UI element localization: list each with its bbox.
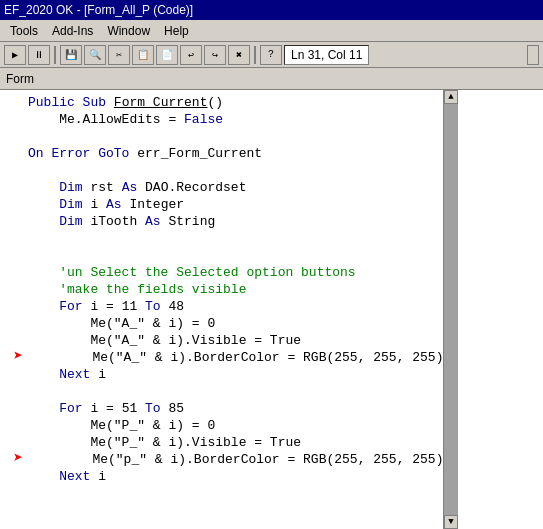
arrow-2: ➤ — [8, 451, 28, 468]
toolbar-position: Ln 31, Col 11 — [284, 45, 369, 65]
line-13: For i = 11 To 48 — [8, 298, 443, 315]
no-arrow-8 — [8, 213, 28, 230]
line-4: On Error GoTo err_Form_Current — [8, 145, 443, 162]
no-arrow-4 — [8, 145, 28, 162]
toolbar-btn-9[interactable]: ↪ — [204, 45, 226, 65]
line-19: For i = 51 To 85 — [8, 400, 443, 417]
line-2: Me.AllowEdits = False — [8, 111, 443, 128]
no-arrow-12 — [8, 281, 28, 298]
scroll-track[interactable] — [444, 104, 458, 515]
menu-addins[interactable]: Add-Ins — [46, 22, 99, 40]
line-21: Me("P_" & i).Visible = True — [8, 434, 443, 451]
toolbar: ▶ ⏸ 💾 🔍 ✂ 📋 📄 ↩ ↪ ✖ ? Ln 31, Col 11 — [0, 42, 543, 68]
toolbar-divider-1 — [54, 46, 56, 64]
no-arrow-19 — [8, 400, 28, 417]
code-area: Public Sub Form_Current() Me.AllowEdits … — [0, 90, 543, 529]
scroll-up-btn[interactable]: ▲ — [444, 90, 458, 104]
no-arrow-21 — [8, 434, 28, 451]
line-6: Dim rst As DAO.Recordset — [8, 179, 443, 196]
toolbar-btn-1[interactable]: ▶ — [4, 45, 26, 65]
vertical-scrollbar[interactable]: ▲ ▼ — [443, 90, 457, 529]
no-arrow-18 — [8, 383, 28, 400]
toolbar-scrollbar[interactable] — [527, 45, 539, 65]
no-arrow-2 — [8, 111, 28, 128]
line-7: Dim i As Integer — [8, 196, 443, 213]
line-1: Public Sub Form_Current() — [8, 94, 443, 111]
line-17: Next i — [8, 366, 443, 383]
no-arrow-7 — [8, 196, 28, 213]
toolbar-btn-3[interactable]: 💾 — [60, 45, 82, 65]
toolbar-btn-6[interactable]: 📋 — [132, 45, 154, 65]
line-14: Me("A_" & i) = 0 — [8, 315, 443, 332]
menu-tools[interactable]: Tools — [4, 22, 44, 40]
toolbar-btn-10[interactable]: ✖ — [228, 45, 250, 65]
toolbar-btn-4[interactable]: 🔍 — [84, 45, 106, 65]
no-arrow-14 — [8, 315, 28, 332]
no-arrow-23 — [8, 468, 28, 485]
no-arrow-20 — [8, 417, 28, 434]
scroll-down-btn[interactable]: ▼ — [444, 515, 458, 529]
line-16: ➤ Me("A_" & i).BorderColor = RGB(255, 25… — [8, 349, 443, 366]
form-label-bar: Form — [0, 68, 543, 90]
toolbar-btn-7[interactable]: 📄 — [156, 45, 178, 65]
menu-window[interactable]: Window — [101, 22, 156, 40]
line-11: 'un Select the Selected option buttons — [8, 264, 443, 281]
form-label: Form — [6, 72, 34, 86]
no-arrow-1 — [8, 94, 28, 111]
toolbar-btn-help[interactable]: ? — [260, 45, 282, 65]
no-arrow-6 — [8, 179, 28, 196]
no-arrow-9 — [8, 230, 28, 247]
title-bar: EF_2020 OK - [Form_All_P (Code)] — [0, 0, 543, 20]
line-20: Me("P_" & i) = 0 — [8, 417, 443, 434]
line-10 — [8, 247, 443, 264]
no-arrow-5 — [8, 162, 28, 179]
line-18 — [8, 383, 443, 400]
no-arrow-13 — [8, 298, 28, 315]
no-arrow-17 — [8, 366, 28, 383]
arrow-1: ➤ — [8, 349, 28, 366]
line-15: Me("A_" & i).Visible = True — [8, 332, 443, 349]
line-8: Dim iTooth As String — [8, 213, 443, 230]
line-23: Next i — [8, 468, 443, 485]
toolbar-btn-5[interactable]: ✂ — [108, 45, 130, 65]
line-9 — [8, 230, 443, 247]
toolbar-divider-2 — [254, 46, 256, 64]
menu-help[interactable]: Help — [158, 22, 195, 40]
toolbar-btn-2[interactable]: ⏸ — [28, 45, 50, 65]
toolbar-btn-8[interactable]: ↩ — [180, 45, 202, 65]
code-pre: Public Sub Form_Current() Me.AllowEdits … — [8, 94, 443, 485]
no-arrow-3 — [8, 128, 28, 145]
line-5 — [8, 162, 443, 179]
line-12: 'make the fields visible — [8, 281, 443, 298]
line-22: ➤ Me("p_" & i).BorderColor = RGB(255, 25… — [8, 451, 443, 468]
no-arrow-11 — [8, 264, 28, 281]
menu-bar: Tools Add-Ins Window Help — [0, 20, 543, 42]
line-3 — [8, 128, 443, 145]
no-arrow-10 — [8, 247, 28, 264]
no-arrow-15 — [8, 332, 28, 349]
title-text: EF_2020 OK - [Form_All_P (Code)] — [4, 3, 193, 17]
code-block[interactable]: Public Sub Form_Current() Me.AllowEdits … — [0, 90, 443, 529]
